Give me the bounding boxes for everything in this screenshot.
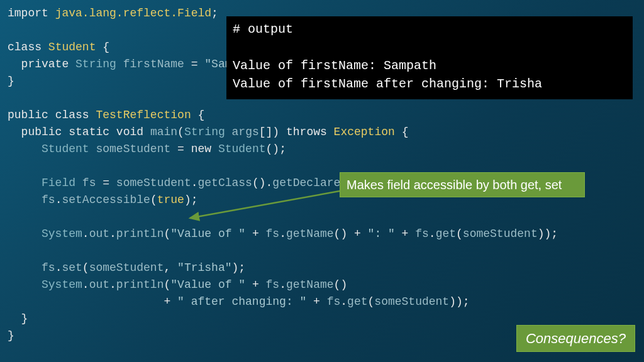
output-line-2: Value of firstName after changing: Trish…	[233, 77, 542, 91]
callout-consequences: Consequences?	[516, 325, 635, 352]
output-header: # output	[233, 22, 293, 36]
callout-accessible: Makes field accessible by both get, set	[340, 172, 585, 197]
output-panel: # output Value of firstName: Sampath Val…	[226, 16, 633, 99]
output-line-1: Value of firstName: Sampath	[233, 58, 436, 73]
